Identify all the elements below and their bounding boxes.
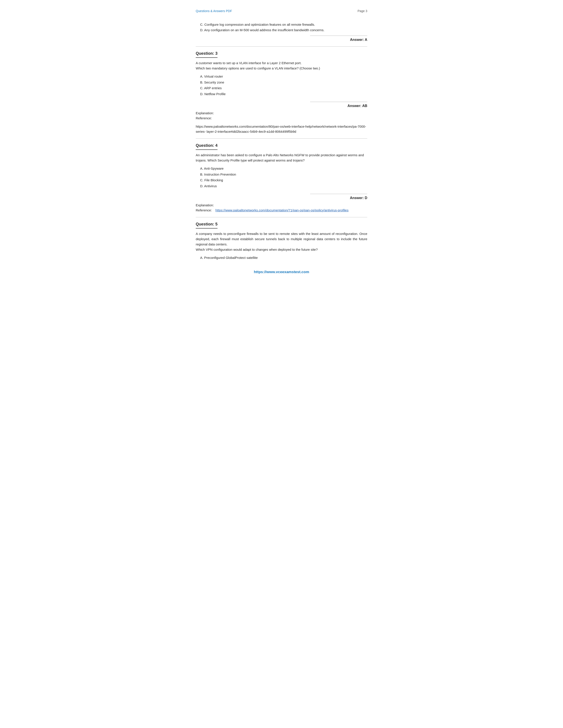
q3-answer-text: Answer: AB xyxy=(348,104,367,108)
q3-option-c: C. ARP entries xyxy=(200,86,367,91)
q3-reference-text: https://www.paloaltonetworks.com/documen… xyxy=(196,124,367,134)
q3-answer-line: Answer: AB xyxy=(310,102,367,109)
q3-option-a: A. Virtual router xyxy=(200,74,367,79)
q3-options: A. Virtual router B. Security zone C. AR… xyxy=(200,74,367,96)
q5-text-span1: A company needs to preconfigure firewall… xyxy=(196,232,367,246)
q3-header: Question: 3 xyxy=(196,51,217,58)
question-5-block: Question: 5 A company needs to preconfig… xyxy=(196,221,367,260)
q4-answer-block: Answer: D xyxy=(196,194,367,201)
q4-text-span1: An administrator has been asked to confi… xyxy=(196,153,364,162)
q3-explanation-label: Explanation: xyxy=(196,111,367,116)
prev-question-options: C. Configure log compression and optimiz… xyxy=(200,22,367,33)
footer-url[interactable]: https://www.vceexamstest.com xyxy=(254,270,309,274)
page-header: Questions & Answers PDF Page 3 xyxy=(196,9,367,16)
q5-option-a: A. Preconfigured GlobalProtect satellite xyxy=(200,255,367,260)
option-c-prev: C. Configure log compression and optimiz… xyxy=(200,22,367,27)
q5-text-line1: A company needs to preconfigure firewall… xyxy=(196,231,367,252)
q3-reference-label: Reference: xyxy=(196,116,212,121)
question-4-block: Question: 4 An administrator has been as… xyxy=(196,143,367,213)
q4-reference-link[interactable]: https://www.paloaltonetworks.com/documen… xyxy=(215,208,348,213)
page-container: Questions & Answers PDF Page 3 C. Config… xyxy=(182,0,381,728)
q5-title: Question: 5 xyxy=(196,222,217,226)
q5-options: A. Preconfigured GlobalProtect satellite xyxy=(200,255,367,260)
q5-text-span2: Which VPN configuration would adapt to c… xyxy=(196,248,318,251)
q3-option-d: D. Netflow Profile xyxy=(200,92,367,97)
prev-answer-block: Answer: A xyxy=(196,36,367,42)
q3-explanation-block: Explanation: Reference: https://www.palo… xyxy=(196,111,367,134)
divider-1 xyxy=(196,46,367,47)
q4-explanation-block: Explanation: Reference: https://www.palo… xyxy=(196,203,367,213)
q4-title: Question: 4 xyxy=(196,143,217,148)
q3-text-span2: Which two mandatory options are used to … xyxy=(196,66,320,70)
footer-link[interactable]: https://www.vceexamstest.com xyxy=(196,269,367,275)
q4-option-d: D. Antivirus xyxy=(200,184,367,189)
q4-header: Question: 4 xyxy=(196,143,217,150)
q4-reference-row: Reference: https://www.paloaltonetworks.… xyxy=(196,208,367,213)
q4-answer-line: Answer: D xyxy=(310,194,367,201)
divider-3 xyxy=(196,217,367,217)
divider-2 xyxy=(196,138,367,139)
header-right: Page 3 xyxy=(358,9,367,13)
q5-header: Question: 5 xyxy=(196,221,217,229)
question-3-block: Question: 3 A customer wants to set up a… xyxy=(196,51,367,134)
q3-title: Question: 3 xyxy=(196,51,217,56)
prev-answer-line: Answer: A xyxy=(310,36,367,42)
q4-reference-label: Reference: xyxy=(196,208,212,213)
q4-text-line1: An administrator has been asked to confi… xyxy=(196,152,367,163)
header-left: Questions & Answers PDF xyxy=(196,9,232,13)
q4-explanation-label: Explanation: xyxy=(196,203,367,208)
q4-option-c: C. File Blocking xyxy=(200,178,367,183)
option-d-prev: D. Any configuration on an M-500 would a… xyxy=(200,28,367,33)
q4-answer-text: Answer: D xyxy=(350,196,367,200)
q4-options: A. Anti-Spyware B. Instruction Preventio… xyxy=(200,166,367,189)
q3-text-line1: A customer wants to set up a VLAN interf… xyxy=(196,60,367,71)
q4-option-a: A. Anti-Spyware xyxy=(200,166,367,171)
q4-option-b: B. Instruction Prevention xyxy=(200,172,367,177)
q3-reference-row: Reference: https://www.paloaltonetworks.… xyxy=(196,116,367,134)
q3-text-span1: A customer wants to set up a VLAN interf… xyxy=(196,61,302,65)
prev-answer-text: Answer: A xyxy=(350,38,367,42)
q3-answer-block: Answer: AB xyxy=(196,102,367,109)
q3-option-b: B. Security zone xyxy=(200,80,367,85)
